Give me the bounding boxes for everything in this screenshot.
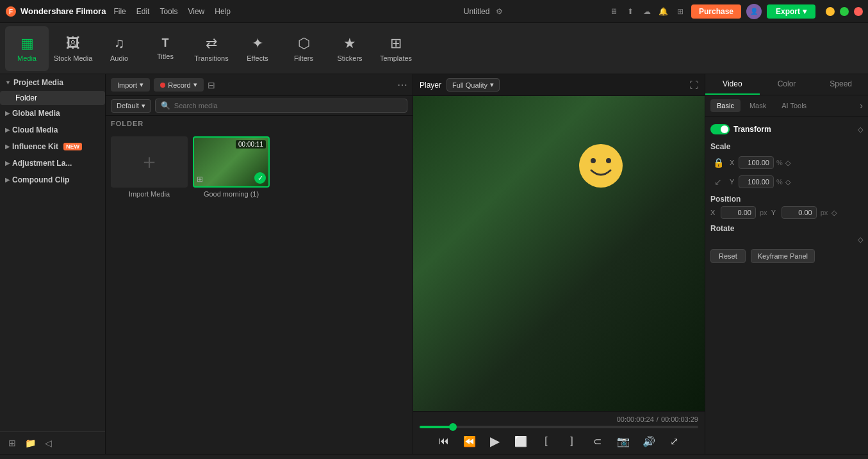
import-button[interactable]: Import ▾ bbox=[111, 78, 150, 92]
monitor-icon[interactable]: 🖥 bbox=[608, 6, 619, 17]
bell-icon[interactable]: 🔔 bbox=[658, 6, 669, 17]
sidebar-item-influence-kit[interactable]: ▶ Influence Kit NEW bbox=[0, 138, 105, 155]
minimize-button[interactable] bbox=[826, 7, 835, 16]
toolbar-audio[interactable]: ♫ Audio bbox=[97, 26, 141, 71]
action-row: Reset Keyframe Panel bbox=[710, 249, 863, 263]
video-thumb[interactable]: 00:00:11 ⊞ ✓ bbox=[193, 136, 270, 188]
expand-button[interactable]: ⤢ bbox=[666, 432, 684, 450]
play-button[interactable]: ▶ bbox=[486, 432, 504, 450]
frame-back-button[interactable]: ⏪ bbox=[461, 432, 479, 450]
list-item[interactable]: 00:00:11 ⊞ ✓ Good morning (1) bbox=[193, 136, 270, 198]
toolbar-filters-label: Filters bbox=[294, 54, 313, 62]
export-button[interactable]: Export ▾ bbox=[767, 4, 815, 19]
default-select[interactable]: Default ▾ bbox=[111, 99, 151, 113]
fullscreen-icon[interactable]: ⛶ bbox=[689, 80, 698, 90]
sidebar-item-compound-clip[interactable]: ▶ Compound Clip bbox=[0, 172, 105, 188]
time-separator: / bbox=[657, 415, 659, 423]
toolbar-transitions[interactable]: ⇄ Transitions bbox=[190, 26, 233, 71]
close-button[interactable] bbox=[854, 7, 863, 16]
settings-icon[interactable]: ⚙ bbox=[493, 6, 505, 17]
rotate-row: ◇ bbox=[710, 236, 863, 244]
tab-speed[interactable]: Speed bbox=[814, 74, 868, 95]
menu-tools[interactable]: Tools bbox=[160, 7, 177, 16]
scale-y-input[interactable] bbox=[739, 175, 774, 188]
transform-toggle[interactable] bbox=[710, 124, 730, 134]
tab-video[interactable]: Video bbox=[705, 74, 760, 95]
toolbar-media[interactable]: ▦ Media bbox=[5, 26, 49, 71]
toolbar-filters[interactable]: ⬡ Filters bbox=[282, 26, 325, 71]
folder-icon[interactable]: 📁 bbox=[23, 436, 37, 450]
toolbar-titles[interactable]: T Titles bbox=[143, 26, 187, 71]
toolbar-stickers[interactable]: ★ Stickers bbox=[328, 26, 372, 71]
avatar[interactable]: 👤 bbox=[746, 4, 762, 19]
collapse-icon[interactable]: ◁ bbox=[41, 436, 55, 450]
filter-icon[interactable]: ⊟ bbox=[208, 80, 215, 90]
sub-tab-basic[interactable]: Basic bbox=[710, 99, 741, 112]
transform-keyframe-icon[interactable]: ◇ bbox=[858, 125, 863, 134]
sub-tab-more-icon[interactable]: › bbox=[860, 99, 863, 112]
record-button[interactable]: Record ▾ bbox=[154, 78, 203, 92]
insert-button[interactable]: ⊂ bbox=[589, 432, 607, 450]
lock-aspect-icon[interactable]: 🔒 bbox=[710, 155, 726, 170]
position-x-input[interactable] bbox=[721, 206, 756, 219]
add-folder-icon[interactable]: ⊞ bbox=[5, 436, 19, 450]
default-chevron-icon: ▾ bbox=[142, 102, 145, 110]
toolbar-templates-label: Templates bbox=[380, 54, 412, 62]
position-y-input[interactable] bbox=[782, 206, 817, 219]
quality-select[interactable]: Full Quality ▾ bbox=[446, 78, 500, 92]
grid-view-icon: ⊞ bbox=[197, 175, 203, 184]
title-center: Untitled ⚙ bbox=[361, 6, 608, 17]
transform-section-toggle[interactable]: Transform ◇ bbox=[710, 122, 863, 137]
record-label: Record bbox=[168, 81, 190, 89]
purchase-button[interactable]: Purchase bbox=[691, 4, 741, 19]
reset-button[interactable]: Reset bbox=[710, 249, 746, 263]
record-dot-icon bbox=[160, 83, 165, 88]
sidebar-item-folder[interactable]: Folder bbox=[0, 91, 105, 105]
menu-file[interactable]: File bbox=[113, 7, 126, 16]
keyframe-panel-button[interactable]: Keyframe Panel bbox=[751, 249, 815, 263]
current-time: 00:00:00:24 bbox=[617, 415, 654, 423]
rotate-label: Rotate bbox=[710, 224, 863, 233]
preview-header: Player Full Quality ▾ ⛶ bbox=[413, 74, 705, 96]
menu-edit[interactable]: Edit bbox=[136, 7, 150, 16]
sidebar-item-cloud-media[interactable]: ▶ Cloud Media bbox=[0, 122, 105, 138]
volume-button[interactable]: 🔊 bbox=[640, 432, 658, 450]
toolbar-stock-media[interactable]: 🖼 Stock Media bbox=[51, 26, 95, 71]
toolbar-effects[interactable]: ✦ Effects bbox=[236, 26, 279, 71]
list-item[interactable]: ＋ Import Media bbox=[111, 136, 188, 198]
apps-icon[interactable]: ⊞ bbox=[675, 6, 686, 17]
sub-tab-ai-tools[interactable]: AI Tools bbox=[775, 99, 813, 112]
position-keyframe-icon[interactable]: ◇ bbox=[831, 209, 837, 217]
rotate-keyframe-icon[interactable]: ◇ bbox=[858, 236, 863, 244]
progress-thumb[interactable] bbox=[449, 423, 457, 431]
skip-back-button[interactable]: ⏮ bbox=[435, 432, 453, 450]
maximize-button[interactable] bbox=[840, 7, 849, 16]
player-tab[interactable]: Player bbox=[420, 81, 441, 90]
mark-out-button[interactable]: ] bbox=[563, 432, 581, 450]
cloud-icon[interactable]: ☁ bbox=[641, 6, 653, 17]
progress-bar[interactable] bbox=[420, 426, 698, 428]
scale-x-keyframe-icon[interactable]: ◇ bbox=[785, 159, 790, 167]
sidebar-item-adjustment[interactable]: ▶ Adjustment La... bbox=[0, 155, 105, 172]
sidebar-item-project-media[interactable]: ▼ Project Media bbox=[0, 74, 105, 91]
preview-panel: Player Full Quality ▾ ⛶ 00:0 bbox=[413, 74, 705, 454]
search-input[interactable] bbox=[174, 102, 402, 109]
share-icon[interactable]: ⬆ bbox=[625, 6, 636, 17]
time-display: 00:00:00:24 / 00:00:03:29 bbox=[420, 415, 698, 423]
folder-label: FOLDER bbox=[106, 116, 413, 131]
check-badge: ✓ bbox=[254, 172, 266, 184]
more-options-button[interactable]: ⋯ bbox=[397, 79, 407, 91]
import-thumb[interactable]: ＋ bbox=[111, 136, 188, 188]
toolbar-templates[interactable]: ⊞ Templates bbox=[374, 26, 418, 71]
project-media-label: Project Media bbox=[13, 78, 63, 87]
menu-help[interactable]: Help bbox=[215, 7, 231, 16]
mark-in-button[interactable]: [ bbox=[537, 432, 555, 450]
menu-view[interactable]: View bbox=[188, 7, 204, 16]
stop-button[interactable]: ⬜ bbox=[512, 432, 530, 450]
sidebar-item-global-media[interactable]: ▶ Global Media bbox=[0, 105, 105, 122]
scale-x-input[interactable] bbox=[739, 156, 774, 169]
scale-y-keyframe-icon[interactable]: ◇ bbox=[785, 178, 790, 186]
sub-tab-mask[interactable]: Mask bbox=[743, 99, 773, 112]
snapshot-button[interactable]: 📷 bbox=[614, 432, 632, 450]
tab-color[interactable]: Color bbox=[760, 74, 814, 95]
